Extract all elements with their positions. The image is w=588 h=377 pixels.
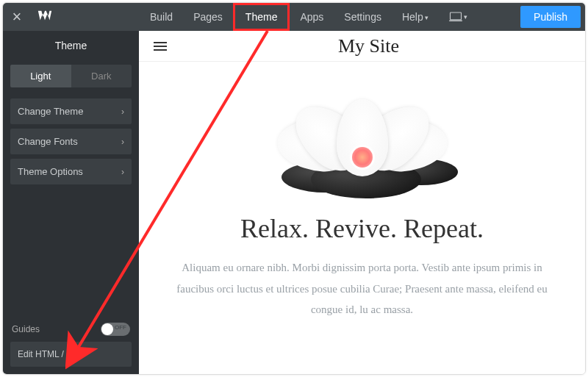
theme-options-button[interactable]: Theme Options › xyxy=(10,159,132,184)
edit-html-css-button[interactable]: Edit HTML / CSS xyxy=(10,342,132,367)
nav-pages[interactable]: Pages xyxy=(183,3,233,31)
svg-rect-0 xyxy=(450,12,461,20)
chevron-right-icon: › xyxy=(121,107,124,117)
hero-image xyxy=(168,81,556,198)
tab-dark[interactable]: Dark xyxy=(71,65,132,87)
site-preview: My Site Relax. Revive. Repeat. Aliquam e… xyxy=(139,31,585,375)
option-label: Change Theme xyxy=(18,106,83,117)
hero-body-text: Aliquam eu ornare nibh. Morbi dignissim … xyxy=(168,257,556,320)
nav-apps[interactable]: Apps xyxy=(290,3,334,31)
close-icon[interactable]: × xyxy=(3,7,31,26)
change-fonts-button[interactable]: Change Fonts › xyxy=(10,129,132,154)
change-theme-button[interactable]: Change Theme › xyxy=(10,98,132,124)
chevron-right-icon: › xyxy=(121,167,124,177)
theme-mode-tabs: Light Dark xyxy=(10,65,132,87)
guides-toggle[interactable]: OFF xyxy=(101,323,130,336)
guides-label: Guides xyxy=(12,324,40,334)
top-nav: Build Pages Theme Apps Settings Help▾ ▾ xyxy=(140,3,478,31)
nav-build[interactable]: Build xyxy=(140,3,183,31)
site-header: My Site xyxy=(139,31,585,62)
hero-section: Relax. Revive. Repeat. Aliquam eu ornare… xyxy=(139,62,585,320)
hamburger-icon[interactable] xyxy=(154,40,167,53)
weebly-logo-icon[interactable] xyxy=(31,8,59,26)
sidebar-title: Theme xyxy=(3,31,139,60)
chevron-down-icon: ▾ xyxy=(425,14,429,21)
tab-light[interactable]: Light xyxy=(10,65,71,87)
chevron-down-icon: ▾ xyxy=(464,13,467,21)
publish-button[interactable]: Publish xyxy=(520,6,581,28)
nav-settings[interactable]: Settings xyxy=(334,3,392,31)
theme-sidebar: Theme Light Dark Change Theme › Change F… xyxy=(3,31,139,375)
app-frame: × Build Pages Theme Apps Settings Help▾ … xyxy=(2,2,586,375)
chevron-right-icon: › xyxy=(121,137,124,147)
site-title: My Site xyxy=(167,35,570,57)
nav-help[interactable]: Help▾ xyxy=(392,3,439,31)
top-bar: × Build Pages Theme Apps Settings Help▾ … xyxy=(3,3,585,31)
nav-theme[interactable]: Theme xyxy=(233,3,290,31)
option-label: Theme Options xyxy=(18,166,83,177)
option-label: Change Fonts xyxy=(18,136,78,147)
device-preview-icon[interactable]: ▾ xyxy=(439,12,478,22)
guides-row: Guides OFF xyxy=(3,323,139,342)
svg-rect-1 xyxy=(449,21,462,22)
hero-headline: Relax. Revive. Repeat. xyxy=(168,213,556,244)
